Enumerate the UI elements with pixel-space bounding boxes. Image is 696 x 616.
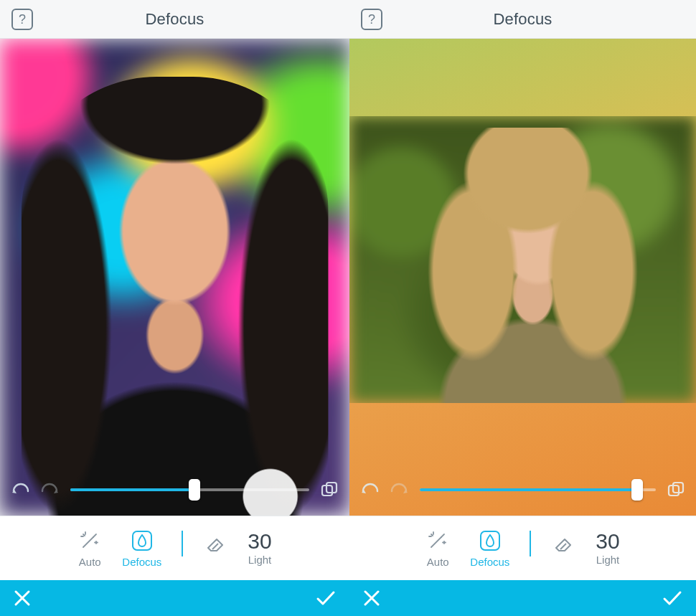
slider-fill <box>70 488 194 491</box>
intensity-slider[interactable] <box>70 478 309 501</box>
intensity-slider[interactable] <box>420 478 656 501</box>
blur-icon <box>130 529 154 553</box>
defocus-tool[interactable]: Defocus <box>122 529 161 568</box>
photo-canvas[interactable] <box>349 39 696 516</box>
eraser-tool[interactable] <box>551 531 575 556</box>
wand-icon <box>77 529 102 553</box>
compare-icon[interactable] <box>666 480 686 500</box>
confirm-bar <box>349 580 696 616</box>
defocus-label: Defocus <box>470 556 509 568</box>
light-label: Light <box>596 554 620 566</box>
defocus-tool[interactable]: Defocus <box>470 529 509 568</box>
photo-canvas[interactable] <box>0 39 349 516</box>
auto-tool[interactable]: Auto <box>425 529 450 568</box>
top-bar: ? Defocus <box>349 0 696 39</box>
tool-separator <box>530 531 531 556</box>
undo-icon[interactable] <box>359 480 380 500</box>
canvas-controls <box>349 471 696 508</box>
redo-icon[interactable] <box>390 480 410 500</box>
photo-inner <box>349 116 696 403</box>
top-bar: ? Defocus <box>0 0 349 39</box>
cancel-button[interactable] <box>362 589 381 607</box>
light-value: 30 <box>596 531 619 552</box>
tool-row: Auto Defocus <box>0 516 349 580</box>
help-button[interactable]: ? <box>361 9 382 30</box>
help-icon: ? <box>368 12 375 27</box>
light-value: 30 <box>248 531 271 552</box>
photo-subject <box>21 77 329 516</box>
cancel-button[interactable] <box>13 589 32 607</box>
tool-separator <box>182 531 183 556</box>
auto-label: Auto <box>427 556 449 568</box>
screen-right: ? Defocus <box>349 0 696 616</box>
slider-fill <box>420 488 637 491</box>
eraser-icon <box>551 531 575 556</box>
light-label: Light <box>248 554 272 566</box>
page-title: Defocus <box>493 10 552 29</box>
compare-icon[interactable] <box>319 480 339 500</box>
eraser-tool[interactable] <box>203 531 227 556</box>
help-button[interactable]: ? <box>11 9 33 30</box>
help-icon: ? <box>19 12 26 27</box>
light-tool[interactable]: 30 Light <box>248 531 271 566</box>
screen-left: ? Defocus <box>0 0 349 616</box>
tool-row: Auto Defocus <box>349 516 696 580</box>
redo-icon[interactable] <box>40 480 60 500</box>
auto-label: Auto <box>79 556 101 568</box>
canvas-controls <box>0 471 349 508</box>
page-title: Defocus <box>145 10 204 29</box>
wand-icon <box>425 529 450 553</box>
undo-icon[interactable] <box>10 480 30 500</box>
slider-thumb[interactable] <box>189 479 200 501</box>
confirm-button[interactable] <box>315 589 337 607</box>
eraser-icon <box>203 531 227 556</box>
blur-icon <box>478 529 502 553</box>
confirm-button[interactable] <box>662 589 683 607</box>
auto-tool[interactable]: Auto <box>77 529 102 568</box>
light-tool[interactable]: 30 Light <box>596 531 619 566</box>
photo-subject <box>408 128 658 403</box>
defocus-label: Defocus <box>122 556 161 568</box>
slider-thumb[interactable] <box>631 479 643 501</box>
confirm-bar <box>0 580 349 616</box>
